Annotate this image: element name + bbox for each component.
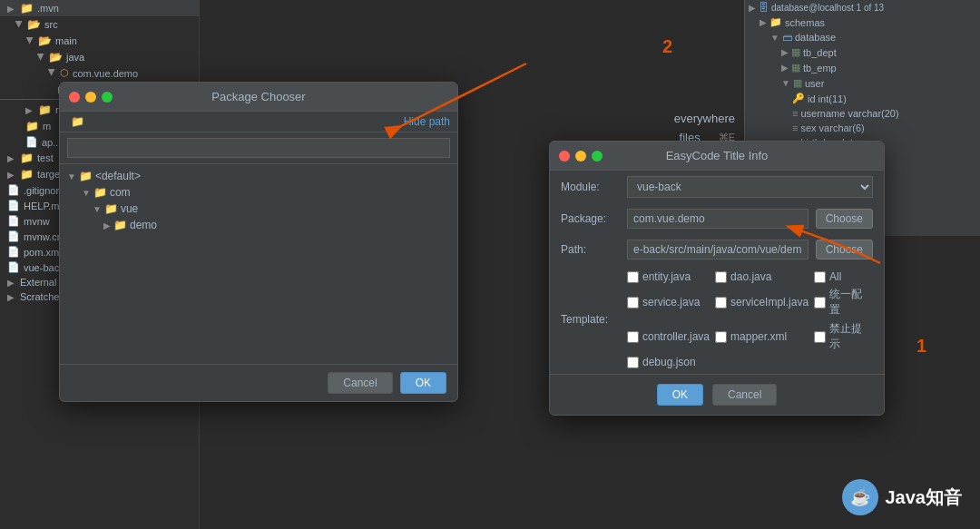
sidebar-label: test — [37, 152, 54, 163]
module-select[interactable]: vue-back — [627, 176, 873, 198]
dialog-title: Package Chooser — [211, 90, 305, 103]
ok-button[interactable]: OK — [657, 384, 703, 406]
easycode-title: EasyCode Title Info — [666, 149, 769, 162]
annotation-2: 2 — [662, 36, 672, 57]
sidebar-item-src[interactable]: ▶ 📂 src — [0, 16, 199, 33]
checkbox-input[interactable] — [715, 271, 727, 283]
col-icon: ≡ — [792, 108, 798, 119]
arrow-icon: ▶ — [15, 20, 24, 29]
checkbox-input[interactable] — [627, 331, 639, 343]
cancel-button[interactable]: Cancel — [328, 372, 392, 394]
sidebar-item-com-vue-demo[interactable]: ▶ ⬡ com.vue.demo — [0, 65, 199, 81]
checkbox-debug-json[interactable]: debug.json — [627, 356, 710, 368]
db-label: tb_dept — [803, 47, 837, 58]
db-label: database@localhost 1 of 13 — [771, 3, 884, 13]
hide-path-link[interactable]: Hide path — [404, 115, 450, 128]
arrow-icon: ▶ — [7, 153, 16, 163]
package-choose-button[interactable]: Choose — [816, 209, 873, 229]
path-input-area — [60, 132, 457, 164]
close-button[interactable] — [559, 151, 570, 162]
col-icon: ≡ — [792, 122, 798, 133]
checkbox-label: controller.java — [642, 330, 710, 343]
package-input[interactable] — [627, 209, 808, 229]
db-username: ≡ username varchar(20) — [745, 106, 980, 121]
checkbox-entity-java[interactable]: entity.java — [627, 270, 710, 283]
path-choose-button[interactable]: Choose — [816, 240, 873, 260]
checkbox-input[interactable] — [627, 357, 639, 368]
db-label: database — [795, 32, 836, 43]
db-label: username varchar(20) — [800, 108, 898, 119]
package-chooser-dialog: Package Chooser 📁 Hide path ▼ 📁 <default… — [59, 82, 458, 402]
arrow-icon: ▶ — [749, 3, 756, 13]
easycode-dialog: EasyCode Title Info Module: vue-back Pac… — [549, 141, 885, 416]
db-sex: ≡ sex varchar(6) — [745, 121, 980, 135]
arrow-icon: ▶ — [25, 105, 34, 115]
menu-row-everywhere: everywhere — [663, 109, 736, 128]
sidebar-item-main[interactable]: ▶ 📂 main — [0, 33, 199, 49]
menu-text: everywhere — [674, 112, 735, 125]
package-tree: ▼ 📁 <default> ▼ 📁 com ▼ 📁 vue ▶ 📁 demo — [60, 164, 457, 364]
checkbox-label: service.java — [642, 296, 700, 309]
easycode-footer: OK Cancel — [550, 374, 884, 415]
checkbox-input[interactable] — [627, 297, 639, 309]
minimize-button[interactable] — [575, 151, 586, 162]
file-icon: 📄 — [7, 184, 20, 196]
sidebar-label: pom.xml — [24, 247, 62, 258]
checkbox-input[interactable] — [814, 297, 826, 309]
path-input-field[interactable] — [627, 240, 808, 260]
package-label: Package: — [561, 212, 620, 225]
cancel-button[interactable]: Cancel — [712, 384, 777, 406]
folder-icon: 📁 — [93, 186, 107, 199]
folder-icon: 📁 — [20, 2, 34, 15]
db-schemas: ▶ 📁 schemas — [745, 15, 980, 30]
checkbox-serviceimpl-java[interactable]: serviceImpl.java — [715, 287, 808, 318]
folder-icon: 📁 — [20, 168, 34, 181]
annotation-1: 1 — [916, 336, 926, 357]
path-row: Path: Choose — [550, 234, 884, 265]
db-user: ▼ ▦ user — [745, 75, 980, 91]
hide-path-bar: 📁 Hide path — [60, 112, 457, 132]
arrow-icon: ▼ — [781, 78, 790, 88]
tree-item-vue[interactable]: ▼ 📁 vue — [60, 201, 457, 217]
checkbox-input[interactable] — [627, 271, 639, 283]
db-database: ▼ 🗃 database — [745, 30, 980, 44]
db-label: tb_emp — [803, 63, 837, 73]
template-section: Template: entity.java dao.java All servi… — [550, 265, 884, 374]
table-icon: ▦ — [791, 62, 800, 73]
tree-item-demo[interactable]: ▶ 📁 demo — [60, 217, 457, 233]
path-input[interactable] — [67, 138, 450, 158]
tree-label: vue — [121, 202, 138, 215]
maximize-button[interactable] — [102, 92, 113, 103]
close-button[interactable] — [69, 92, 80, 103]
checkbox-input[interactable] — [715, 297, 727, 309]
arrow-icon: ▶ — [7, 292, 16, 302]
tree-item-com[interactable]: ▼ 📁 com — [60, 184, 457, 201]
ok-button[interactable]: OK — [400, 372, 446, 394]
folder-icon: 📂 — [27, 18, 41, 31]
sidebar-label: src — [44, 19, 58, 30]
checkbox-input[interactable] — [715, 331, 727, 343]
table-icon: ▦ — [793, 77, 802, 89]
tree-item-default[interactable]: ▼ 📁 <default> — [60, 168, 457, 184]
checkbox-dao-java[interactable]: dao.java — [715, 270, 808, 283]
arrow-icon: ▼ — [67, 171, 76, 181]
sidebar-item-mvn[interactable]: ▶ 📁 .mvn — [0, 0, 199, 16]
checkbox-label: entity.java — [642, 270, 691, 283]
module-row: Module: vue-back — [550, 171, 884, 203]
checkbox-input[interactable] — [814, 271, 826, 283]
checkbox-label: 统一配置 — [829, 287, 873, 318]
sidebar-label: .mvn — [37, 3, 59, 14]
checkbox-unified-config[interactable]: 统一配置 — [814, 287, 873, 318]
checkbox-all[interactable]: All — [814, 270, 873, 283]
sidebar-item-java[interactable]: ▶ 📂 java — [0, 49, 199, 65]
checkbox-mapper-xml[interactable]: mapper.xml — [715, 321, 808, 352]
folder-icon: 📂 — [49, 51, 63, 64]
checkbox-controller-java[interactable]: controller.java — [627, 321, 710, 352]
checkbox-service-java[interactable]: service.java — [627, 287, 710, 318]
coffee-icon: ☕ — [850, 487, 870, 507]
db-tb-emp: ▶ ▦ tb_emp — [745, 60, 980, 75]
maximize-button[interactable] — [592, 151, 603, 162]
checkbox-input[interactable] — [814, 331, 826, 343]
checkbox-no-prompt[interactable]: 禁止提示 — [814, 321, 873, 352]
minimize-button[interactable] — [85, 92, 96, 103]
